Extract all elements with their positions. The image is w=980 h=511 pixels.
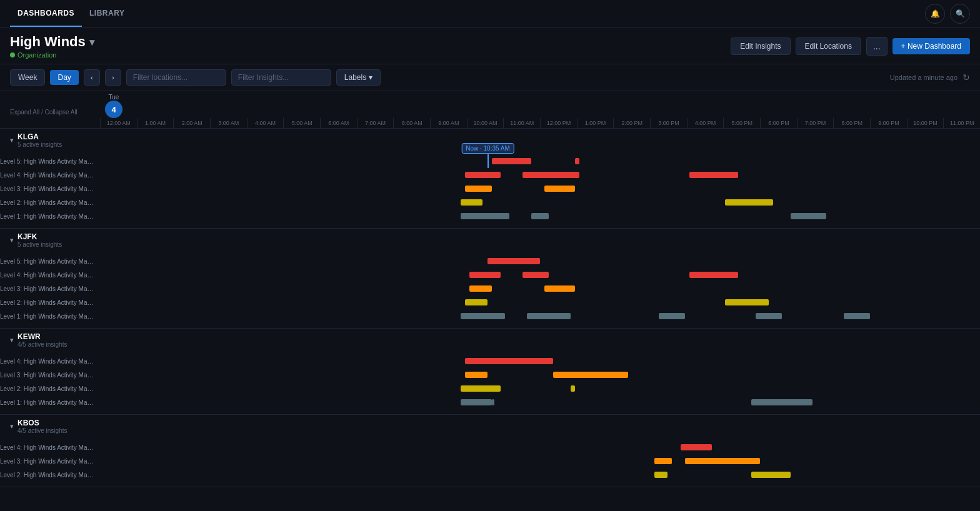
insight-label-kbos-1: Level 3: High Winds Activity Matrix [0,458,100,465]
bar-kjfk-3-1 [725,299,769,305]
time-col-16: 4:00 PM [687,118,724,128]
day-button[interactable]: Day [50,70,78,85]
more-options-button[interactable]: ... [866,37,888,56]
time-col-6: 6:00 AM [320,118,357,128]
bar-kewr-3-0 [461,399,491,405]
insight-line-kjfk-4: Level 1: High Winds Activity Matrix [0,309,980,323]
bar-klga-3-0 [461,199,482,206]
time-col-9: 9:00 AM [430,118,467,128]
search-icon[interactable]: 🔍 [950,4,970,24]
time-col-21: 9:00 PM [870,118,907,128]
day-name: Tue [105,94,122,101]
bar-kbos-2-1 [751,472,791,478]
insight-label-kjfk-4: Level 1: High Winds Activity Matrix [0,313,100,320]
insight-bars-kewr-0 [100,354,980,368]
prev-button[interactable]: ‹ [84,69,100,86]
location-header-kewr: ▾ KEWR 4/5 active insights [0,329,980,352]
bar-kjfk-4-0 [461,313,504,319]
now-line: Now · 10:35 AM [488,154,489,168]
notification-icon[interactable]: 🔔 [925,4,945,24]
week-button[interactable]: Week [10,69,45,86]
bar-kewr-3-2 [751,399,813,405]
location-chevron-icon[interactable]: ▾ [10,422,14,430]
insight-label-klga-1: Level 4: High Winds Activity Matrix [0,172,100,179]
time-col-18: 6:00 PM [760,118,797,128]
title-chevron-icon[interactable]: ▾ [89,36,94,48]
location-chevron-icon[interactable]: ▾ [10,336,14,344]
location-sub: 5 active insights [18,241,62,248]
bar-kjfk-4-3 [756,313,782,319]
header-actions: Edit Insights Edit Locations ... + New D… [731,37,970,56]
bar-klga-0-1 [575,158,579,164]
labels-button[interactable]: Labels ▾ [336,69,381,86]
new-dashboard-button[interactable]: + New Dashboard [892,38,970,54]
location-section-kbos: ▾ KBOS 4/5 active insights Level 4: High… [0,415,980,487]
labels-chevron-icon: ▾ [369,73,372,82]
insights-rows-klga: Level 5: High Winds Activity MatrixNow ·… [0,152,980,228]
insight-label-kewr-3: Level 1: High Winds Activity Matrix [0,399,100,406]
insight-line-kewr-1: Level 3: High Winds Activity Matrix [0,368,980,382]
insight-line-kewr-3: Level 1: High Winds Activity Matrix [0,395,980,409]
toolbar: Week Day ‹ › Labels ▾ Updated a minute a… [0,64,980,91]
expand-collapse-button[interactable]: Expand All / Collapse All [10,109,78,116]
bar-kewr-0-0 [465,358,553,364]
filter-insights-input[interactable] [231,69,331,86]
tab-library[interactable]: LIBRARY [82,0,132,27]
bar-kewr-1-0 [465,372,487,378]
bar-kewr-3-1 [492,399,494,405]
location-chevron-icon[interactable]: ▾ [10,236,14,244]
time-col-0: 12:00 AM [100,118,137,128]
page-header: High Winds ▾ Organization Edit Insights … [0,27,980,64]
location-name: KEWR [18,332,68,341]
time-header: 12:00 AM1:00 AM2:00 AM3:00 AM4:00 AM5:00… [0,118,980,129]
insight-label-klga-3: Level 2: High Winds Activity Matrix [0,199,100,206]
bar-klga-0-0 [492,158,531,164]
bar-klga-2-1 [544,186,575,192]
tab-dashboards[interactable]: DASHBOARDS [10,0,82,27]
location-header-kbos: ▾ KBOS 4/5 active insights [0,415,980,438]
bar-kewr-1-1 [553,372,628,378]
bar-kbos-2-0 [654,472,668,478]
timeline-scroll[interactable]: ▾ KLGA 5 active insights Level 5: High W… [0,129,980,511]
bar-kjfk-4-1 [527,313,571,319]
edit-insights-button[interactable]: Edit Insights [731,37,790,55]
refresh-button[interactable]: ↻ [962,72,970,82]
time-col-13: 1:00 PM [577,118,614,128]
time-col-17: 5:00 PM [723,118,760,128]
page-title: High Winds ▾ [10,34,731,50]
next-button[interactable]: › [105,69,121,86]
location-sub: 4/5 active insights [18,427,68,434]
now-tooltip: Now · 10:35 AM [461,143,514,154]
main-area: Expand All / Collapse All Tue 4 12:00 AM… [0,91,980,511]
insight-bars-klga-0: Now · 10:35 AM [100,154,980,168]
location-section-kewr: ▾ KEWR 4/5 active insights Level 4: High… [0,329,980,415]
filter-locations-input[interactable] [126,69,226,86]
edit-locations-button[interactable]: Edit Locations [796,37,861,55]
insight-label-kewr-0: Level 4: High Winds Activity Matrix [0,358,100,365]
insight-bars-kjfk-4 [100,309,980,323]
insight-bars-kewr-2 [100,382,980,395]
insight-bars-kjfk-1 [100,268,980,282]
update-text: Updated a minute ago [890,74,958,81]
bar-klga-4-1 [531,213,549,219]
bar-kbos-1-0 [654,458,672,464]
bar-kjfk-2-0 [469,285,491,292]
insight-line-klga-0: Level 5: High Winds Activity MatrixNow ·… [0,154,980,168]
time-col-5: 5:00 AM [283,118,320,128]
insight-label-kjfk-0: Level 5: High Winds Activity Matrix [0,258,100,265]
time-col-7: 7:00 AM [357,118,394,128]
insight-label-klga-2: Level 3: High Winds Activity Matrix [0,186,100,192]
bar-kewr-2-0 [461,385,500,392]
org-label: Organization [18,51,56,59]
title-area: High Winds ▾ Organization [10,34,731,59]
time-col-14: 2:00 PM [613,118,650,128]
insight-bars-kjfk-2 [100,282,980,295]
bar-kjfk-2-1 [544,285,575,292]
bar-klga-2-0 [465,186,491,192]
insight-label-klga-4: Level 1: High Winds Activity Matrix [0,213,100,220]
location-chevron-icon[interactable]: ▾ [10,136,14,144]
time-col-23: 11:00 PM [943,118,980,128]
insight-label-kewr-1: Level 3: High Winds Activity Matrix [0,372,100,379]
bar-klga-1-0 [465,172,500,178]
title-text: High Winds [10,34,86,50]
